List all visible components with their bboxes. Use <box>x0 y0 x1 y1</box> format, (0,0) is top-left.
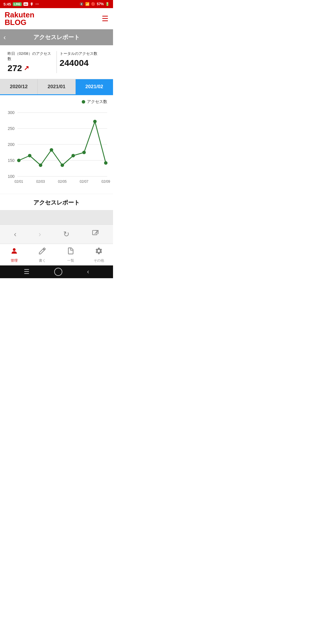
svg-text:02/09: 02/09 <box>101 180 110 184</box>
clock-icon: 🔴 <box>91 2 95 6</box>
total-label: トータルのアクセス数 <box>60 51 106 56</box>
status-time: 5:45 <box>3 2 11 6</box>
chart-legend: アクセス数 <box>3 98 110 107</box>
data-point-1 <box>17 159 21 162</box>
status-right: 🔇 📶 🔴 57% 🔋 <box>79 2 110 6</box>
tab-settings[interactable]: その他 <box>85 247 113 263</box>
browser-forward-button[interactable]: › <box>36 229 44 240</box>
tab-list[interactable]: 一覧 <box>57 247 85 263</box>
more-icon: ··· <box>35 2 39 6</box>
browser-back-button[interactable]: ‹ <box>11 229 19 240</box>
legend-dot <box>82 100 85 104</box>
svg-text:02/03: 02/03 <box>36 180 45 184</box>
android-recent[interactable]: ☰ <box>24 268 30 276</box>
line-icon: LINE <box>13 2 22 6</box>
data-point-3 <box>39 164 42 167</box>
status-bar: 5:45 LINE au 🎙 ··· 🔇 📶 🔴 57% 🔋 <box>0 0 113 8</box>
svg-point-17 <box>13 248 15 251</box>
page-header: ‹ アクセスレポート <box>0 29 113 45</box>
total-number: 244004 <box>60 58 89 68</box>
yesterday-value: 272 ↗ <box>8 63 54 73</box>
legend-label: アクセス数 <box>87 99 107 104</box>
tab-write-label: 書く <box>39 258 46 263</box>
data-point-4 <box>50 148 53 152</box>
bottom-tab-bar: 管理 書く 一覧 その他 <box>0 244 113 265</box>
tab-2020-12[interactable]: 2020/12 <box>0 79 38 94</box>
tab-2021-01[interactable]: 2021/01 <box>38 79 75 94</box>
tab-manage-icon <box>10 247 18 257</box>
svg-text:100: 100 <box>8 174 15 179</box>
mic-icon: 🎙 <box>30 2 34 6</box>
android-nav-bar: ☰ ‹ <box>0 265 113 278</box>
au-icon: au <box>23 2 28 6</box>
svg-text:200: 200 <box>8 142 15 147</box>
back-button[interactable]: ‹ <box>3 33 6 41</box>
yesterday-label: 昨日（02/08）のアクセス数 <box>8 51 54 61</box>
browser-nav-bar: ‹ › ↻ <box>0 225 113 244</box>
data-point-7 <box>82 151 86 154</box>
svg-text:02/05: 02/05 <box>58 180 67 184</box>
tab-write[interactable]: 書く <box>28 247 57 263</box>
svg-text:02/01: 02/01 <box>14 180 23 184</box>
total-stat: トータルのアクセス数 244004 <box>57 51 109 73</box>
data-point-9 <box>104 161 108 165</box>
hamburger-menu[interactable]: ☰ <box>102 14 108 23</box>
tab-settings-icon <box>95 247 103 257</box>
svg-text:300: 300 <box>8 110 15 115</box>
svg-text:250: 250 <box>8 126 15 131</box>
tab-manage-label: 管理 <box>11 258 18 263</box>
battery-pct: 57% <box>97 2 104 6</box>
section-title: アクセスレポート <box>0 194 113 210</box>
tab-settings-label: その他 <box>94 258 104 263</box>
svg-text:02/07: 02/07 <box>80 180 88 184</box>
mute-icon: 🔇 <box>79 2 84 6</box>
tab-manage[interactable]: 管理 <box>0 247 28 263</box>
tab-write-icon <box>38 247 46 257</box>
total-value: 244004 <box>60 58 106 68</box>
svg-line-16 <box>95 230 98 234</box>
tab-list-icon <box>67 247 75 257</box>
chart-area: アクセス数 300 250 200 150 100 02/01 02/03 <box>0 95 113 194</box>
tab-list-label: 一覧 <box>67 258 74 263</box>
tab-2021-02[interactable]: 2021/02 <box>76 79 113 94</box>
data-point-8 <box>93 120 97 123</box>
android-home[interactable] <box>54 268 62 276</box>
data-point-6 <box>72 154 75 158</box>
app-logo: Rakuten BLOG <box>5 11 34 26</box>
page-title: アクセスレポート <box>33 33 80 41</box>
svg-text:150: 150 <box>8 158 15 163</box>
gray-spacer <box>0 210 113 225</box>
trend-up-icon: ↗ <box>24 64 29 72</box>
status-left: 5:45 LINE au 🎙 ··· <box>3 2 39 6</box>
app-header: Rakuten BLOG ☰ <box>0 8 113 29</box>
data-point-2 <box>28 154 32 158</box>
yesterday-number: 272 <box>8 63 22 73</box>
battery-icon: 🔋 <box>105 2 110 6</box>
yesterday-stat: 昨日（02/08）のアクセス数 272 ↗ <box>5 51 57 73</box>
line-chart-svg: 300 250 200 150 100 02/01 02/03 02/05 02… <box>3 107 110 188</box>
android-back[interactable]: ‹ <box>87 268 89 276</box>
browser-external-button[interactable] <box>89 228 102 240</box>
chart-wrapper: 300 250 200 150 100 02/01 02/03 02/05 02… <box>3 107 110 188</box>
logo-rakuten: Rakuten <box>5 11 34 19</box>
stats-section: 昨日（02/08）のアクセス数 272 ↗ トータルのアクセス数 244004 <box>0 45 113 79</box>
logo-blog: BLOG <box>5 19 34 26</box>
browser-refresh-button[interactable]: ↻ <box>60 229 72 240</box>
data-point-5 <box>61 164 64 167</box>
month-tabs: 2020/12 2021/01 2021/02 <box>0 79 113 95</box>
wifi-icon: 📶 <box>85 2 90 6</box>
